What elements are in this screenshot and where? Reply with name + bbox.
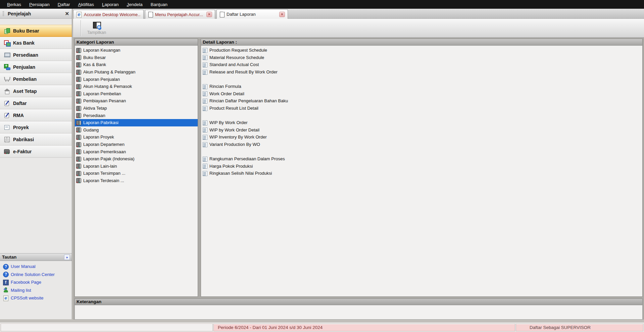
keterangan-header: Keterangan: [75, 298, 643, 305]
tampilkan-button[interactable]: Tampilkan: [84, 20, 109, 37]
report-icon: [202, 55, 208, 60]
status-segment-empty: [1, 324, 213, 331]
detail-item-rincian-daftar-pengeluaran-bahan-baku[interactable]: Rincian Daftar Pengeluaran Bahan Baku: [201, 97, 642, 105]
sidebar-item-pabrikasi[interactable]: Pabrikasi: [0, 133, 72, 146]
sidebar-item-daftar[interactable]: Daftar: [0, 97, 72, 109]
book-icon: [76, 134, 82, 140]
report-icon: [202, 127, 208, 132]
detail-item-rincian-formula[interactable]: Rincian Formula: [201, 83, 642, 90]
main-content: Kategori Laporan Laporan KeuanganBuku Be…: [73, 38, 644, 320]
tautan-header[interactable]: Tautan »: [0, 253, 72, 261]
menu-aktifitas[interactable]: Aktifitas: [75, 1, 98, 8]
detail-item-wip-inventory-by-work-order[interactable]: WIP Inventory By Work Order: [201, 133, 642, 141]
chevron-double-down-icon[interactable]: »: [64, 255, 70, 260]
sidebar-item-pembelian[interactable]: Pembelian: [0, 73, 72, 85]
drag-grip-icon[interactable]: [3, 11, 4, 16]
detail-item-product-result-list-detail[interactable]: Product Result List Detail: [201, 105, 642, 112]
kategori-item-laporan-proyek[interactable]: Laporan Proyek: [75, 133, 198, 141]
tab-menu-penjelajah[interactable]: Menu Penjelajah Accur... ✕: [145, 10, 215, 19]
sidebar-item-aset-tetap[interactable]: Aset Tetap: [0, 85, 72, 97]
kategori-item-laporan-terdesain[interactable]: Laporan Terdesain ...: [75, 177, 198, 184]
kategori-item-laporan-pajak-indonesia[interactable]: Laporan Pajak (Indonesia): [75, 155, 198, 163]
link-mailing-list[interactable]: Mailing list: [0, 286, 72, 294]
link-facebook-page[interactable]: Facebook Page: [0, 278, 72, 286]
explorer-panel: Penjelajah ✕ Buku BesarKas BankPersediaa…: [0, 9, 72, 319]
kategori-item-laporan-pemeriksaan[interactable]: Laporan Pemeriksaan: [75, 148, 198, 155]
detail-item-standard-and-actual-cost[interactable]: Standard and Actual Cost: [201, 61, 642, 68]
tab-daftar-laporan[interactable]: Daftar Laporan ✕: [216, 9, 288, 19]
menu-daftar[interactable]: Daftar: [54, 1, 74, 8]
book-icon: [76, 69, 82, 75]
report-icon: [202, 62, 208, 67]
menu-berkas[interactable]: Berkas: [3, 1, 25, 8]
sidebar-item-e-faktur[interactable]: e-Faktur: [0, 146, 72, 158]
kategori-item-buku-besar[interactable]: Buku Besar: [75, 54, 198, 61]
page-icon: [148, 12, 153, 17]
kategori-item-laporan-pembelian[interactable]: Laporan Pembelian: [75, 90, 198, 98]
sidebar-item-persediaan[interactable]: Persediaan: [0, 49, 72, 61]
detail-item-material-resource-schedule[interactable]: Material Resource Schedule: [201, 54, 642, 61]
kategori-item-laporan-tersimpan[interactable]: Laporan Tersimpan ...: [75, 170, 198, 177]
close-icon[interactable]: ✕: [65, 11, 69, 16]
detail-laporan-list: Production Request ScheduleMaterial Reso…: [201, 46, 642, 296]
sidebar-item-penjualan[interactable]: Penjualan: [0, 61, 72, 73]
detail-item-work-order-detail[interactable]: Work Order Detail: [201, 90, 642, 98]
kategori-item-aktiva-tetap[interactable]: Aktiva Tetap: [75, 105, 198, 112]
menu-bantuan[interactable]: Bantuan: [147, 1, 171, 8]
menu-laporan[interactable]: Laporan: [98, 1, 122, 8]
kategori-item-akun-piutang-pelanggan[interactable]: Akun Piutang & Pelanggan: [75, 68, 198, 76]
fixed-asset-house-icon: [4, 88, 10, 94]
detail-item-production-request-schedule[interactable]: Production Request Schedule: [201, 47, 642, 54]
status-periode: Periode 6/2024 - Dari 01 Juni 2024 s/d 3…: [213, 324, 515, 331]
kategori-item-persediaan[interactable]: Persediaan: [75, 112, 198, 119]
kategori-laporan-list: Laporan KeuanganBuku BesarKas & BankAkun…: [75, 46, 198, 296]
kategori-item-laporan-pabrikasi[interactable]: Laporan Pabrikasi: [75, 119, 198, 126]
detail-item-ringkasan-selisih-nilai-produksi[interactable]: Ringkasan Selisih Nilai Produksi: [201, 170, 642, 177]
kategori-item-pembiayaan-pesanan[interactable]: Pembiayaan Pesanan: [75, 97, 198, 105]
report-icon: [202, 134, 208, 140]
link-user-manual[interactable]: User Manual: [0, 263, 72, 271]
sidebar-item-buku-besar[interactable]: Buku Besar: [0, 25, 72, 37]
detail-item-variant-production-by-wo[interactable]: Variant Production By WO: [201, 141, 642, 148]
menu-persiapan[interactable]: Persiapan: [26, 1, 53, 8]
menu-jendela[interactable]: Jendela: [123, 1, 146, 8]
detail-item-rangkuman-persediaan-dalam-proses[interactable]: Rangkuman Persediaan Dalam Proses: [201, 155, 642, 163]
sidebar-item-rma[interactable]: RMA: [0, 109, 72, 121]
preview-report-icon: [92, 22, 101, 29]
detail-item-wip-by-work-order-detail[interactable]: WIP by Work Order Detail: [201, 126, 642, 134]
detail-item-harga-pokok-produksi[interactable]: Harga Pokok Produksi: [201, 163, 642, 170]
sidebar-item-kas-bank[interactable]: Kas Bank: [0, 37, 72, 49]
book-icon: [76, 142, 82, 147]
book-icon: [76, 120, 82, 125]
book-icon: [76, 149, 82, 154]
project-doc-icon: [4, 124, 10, 130]
detail-item-release-and-result-by-work-order[interactable]: Release and Result By Work Order: [201, 68, 642, 76]
book-icon: [76, 171, 82, 176]
kategori-item-kas-bank[interactable]: Kas & Bank: [75, 61, 198, 68]
link-cpssoft-website[interactable]: CPSSoft website: [0, 294, 72, 302]
close-tab-icon[interactable]: ✕: [206, 12, 212, 17]
tautan-title: Tautan: [2, 255, 64, 260]
cash-bank-icon: [4, 40, 10, 46]
close-tab-icon[interactable]: ✕: [279, 12, 285, 17]
browser-icon: [76, 12, 82, 17]
tab-accurate-desktop-welcome[interactable]: Accurate Desktop Welcome...: [73, 10, 144, 19]
kategori-item-gudang[interactable]: Gudang: [75, 126, 198, 134]
kategori-item-laporan-departemen[interactable]: Laporan Departemen: [75, 141, 198, 148]
report-icon: [202, 156, 208, 162]
report-icon: [202, 84, 208, 89]
kategori-item-laporan-lain-lain[interactable]: Laporan Lain-lain: [75, 163, 198, 170]
kategori-item-laporan-keuangan[interactable]: Laporan Keuangan: [75, 47, 198, 54]
book-icon: [76, 127, 82, 132]
kategori-item-laporan-penjualan[interactable]: Laporan Penjualan: [75, 75, 198, 83]
keterangan-box: [75, 305, 643, 320]
inventory-icon: [4, 52, 10, 58]
detail-item-wip-by-work-order[interactable]: WIP By Work Order: [201, 119, 642, 126]
link-online-solution-center[interactable]: Online Solution Center: [0, 271, 72, 279]
sales-icon: [4, 64, 10, 70]
page-icon: [219, 12, 225, 17]
kategori-laporan-header: Kategori Laporan: [75, 39, 198, 46]
kategori-item-akun-hutang-pemasok[interactable]: Akun Hutang & Pemasok: [75, 83, 198, 90]
sidebar-item-proyek[interactable]: Proyek: [0, 121, 72, 133]
book-icon: [76, 84, 82, 89]
